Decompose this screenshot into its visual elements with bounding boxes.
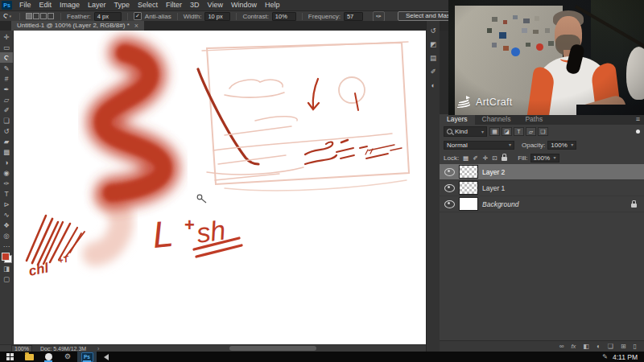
filter-type-icon[interactable]: T	[514, 127, 524, 136]
filter-shape-icon[interactable]: ▱	[526, 127, 536, 136]
filter-smart-object-icon[interactable]: ❏	[538, 127, 548, 136]
add-to-selection-icon[interactable]	[33, 13, 39, 19]
foreground-color-swatch[interactable]	[2, 253, 10, 261]
intersect-selection-icon[interactable]	[47, 13, 54, 19]
tool-eyedropper[interactable]: ✒	[0, 84, 13, 94]
layer-row-background[interactable]: Background	[440, 196, 644, 212]
menu-file[interactable]: File	[15, 0, 35, 10]
layer-row-layer-1[interactable]: Layer 1	[440, 180, 644, 196]
delete-layer-icon[interactable]: ▯	[634, 343, 637, 350]
tool-eraser[interactable]: ▰	[0, 136, 13, 146]
anti-alias-checkbox[interactable]: ✓	[134, 12, 142, 20]
visibility-eye-icon[interactable]	[444, 168, 455, 176]
panel-menu-icon[interactable]: ≡	[636, 114, 640, 125]
visibility-eye-icon[interactable]	[444, 200, 455, 208]
layer-thumbnail[interactable]	[459, 197, 478, 211]
fill-dropdown[interactable]: 100% ▾	[530, 154, 559, 162]
layer-effects-icon[interactable]: fx	[571, 343, 576, 350]
swatches-panel-icon[interactable]: ▤	[430, 55, 436, 62]
tool-zoom[interactable]: ◎	[0, 230, 13, 241]
magnetic-lasso-tool-preset[interactable]: Ϛ ▾	[3, 12, 11, 20]
menu-view[interactable]: View	[204, 0, 227, 10]
opacity-dropdown[interactable]: 100% ▾	[547, 141, 576, 150]
filter-pixel-icon[interactable]: ▦	[489, 127, 500, 136]
canvas[interactable]: chl +T L + sh	[14, 31, 426, 344]
tool-type[interactable]: T	[0, 188, 13, 199]
tool-blur[interactable]: ◑	[0, 157, 13, 167]
menu-select[interactable]: Select	[134, 0, 162, 10]
tab-paths[interactable]: Paths	[518, 114, 550, 125]
photoshop[interactable]: Ps	[77, 352, 97, 362]
visibility-eye-icon[interactable]	[444, 184, 455, 192]
lock-all-icon[interactable]	[500, 154, 509, 162]
status-chevron-icon[interactable]: ›	[97, 346, 99, 352]
new-layer-icon[interactable]: ⊞	[621, 343, 626, 350]
layer-mask-icon[interactable]: ◧	[583, 343, 589, 350]
blend-mode-dropdown[interactable]: Normal ▾	[444, 141, 514, 150]
start-button[interactable]	[0, 352, 19, 362]
clock[interactable]: 4:11 PM	[613, 353, 638, 361]
layer-thumbnail[interactable]	[459, 181, 478, 195]
brushes-panel-icon[interactable]: ✐	[430, 68, 436, 76]
menu-layer[interactable]: Layer	[84, 0, 110, 10]
width-input[interactable]: 10 px	[204, 12, 230, 21]
menu-filter[interactable]: Filter	[162, 0, 186, 10]
document-tab[interactable]: Untitled-1 @ 100% (Layer 2, RGB/8#) * ×	[11, 21, 144, 31]
tool-dodge[interactable]: ◉	[0, 167, 13, 178]
kind-filter-dropdown[interactable]: Kind ▾	[444, 126, 487, 137]
recording-app[interactable]	[39, 352, 58, 362]
menu-edit[interactable]: Edit	[35, 0, 56, 10]
tool-move[interactable]: ✛	[0, 31, 13, 42]
tool-marquee[interactable]: ▭	[0, 42, 13, 52]
tool-lasso[interactable]: Ϛ	[0, 52, 13, 63]
filter-adjustment-icon[interactable]: ◪	[502, 127, 512, 136]
tool-healing-brush[interactable]: ▱	[0, 94, 13, 105]
layer-group-icon[interactable]: ❏	[608, 343, 613, 350]
color-panel-icon[interactable]: ◩	[430, 41, 436, 48]
menu-help[interactable]: Help	[261, 0, 284, 10]
file-explorer[interactable]	[19, 352, 39, 362]
new-selection-icon[interactable]	[26, 13, 32, 19]
tool-more-tools[interactable]: ⋯	[0, 241, 13, 251]
tab-channels[interactable]: Channels	[475, 114, 518, 125]
tool-pen[interactable]: ✑	[0, 178, 13, 188]
subtract-from-selection-icon[interactable]	[40, 13, 47, 19]
menu-image[interactable]: Image	[56, 0, 84, 10]
adjustments-panel-icon[interactable]: ◐	[431, 82, 435, 89]
layer-thumbnail[interactable]	[459, 165, 478, 179]
lock-artboard-icon[interactable]: ⊡	[490, 154, 499, 162]
tool-crop[interactable]: #	[0, 73, 13, 84]
lock-transparent-icon[interactable]: ▦	[461, 154, 470, 162]
tool-screen-mode[interactable]: ▢	[0, 274, 13, 284]
tool-hand[interactable]: ❖	[0, 220, 13, 230]
close-icon[interactable]: ×	[134, 22, 138, 30]
settings[interactable]: ⚙	[58, 352, 77, 362]
tab-layers[interactable]: Layers	[440, 114, 475, 125]
color-swatches[interactable]	[2, 253, 12, 263]
menu-type[interactable]: Type	[110, 0, 134, 10]
pen-pressure-toggle[interactable]: ✑	[373, 11, 385, 22]
menu-3d[interactable]: 3D	[186, 0, 204, 10]
frequency-input[interactable]: 57	[344, 12, 363, 21]
link-layers-icon[interactable]: ∞	[559, 343, 564, 350]
menu-window[interactable]: Window	[227, 0, 261, 10]
adjustment-layer-icon[interactable]: ◐	[597, 343, 601, 350]
tool-quick-selection[interactable]: ✎	[0, 63, 13, 73]
lock-pixels-icon[interactable]: ✐	[471, 154, 480, 162]
media-app[interactable]	[97, 352, 116, 362]
history-panel-icon[interactable]: ↺	[430, 27, 436, 35]
tool-shape[interactable]: ∿	[0, 209, 13, 220]
lock-position-icon[interactable]: ✛	[481, 154, 489, 162]
feather-input[interactable]: 4 px	[94, 12, 122, 21]
tool-quick-mask[interactable]: ◨	[0, 263, 13, 274]
tool-gradient[interactable]: ▩	[0, 146, 13, 157]
tool-brush[interactable]: ✐	[0, 105, 13, 115]
layer-row-layer-2[interactable]: Layer 2	[440, 164, 644, 180]
filter-toggle[interactable]	[636, 130, 640, 134]
tool-history-brush[interactable]: ↺	[0, 125, 13, 136]
tool-clone-stamp[interactable]: ❏	[0, 115, 13, 125]
horizontal-scrollbar[interactable]	[229, 346, 316, 351]
tool-path-selection[interactable]: ⊳	[0, 199, 13, 209]
contrast-input[interactable]: 10%	[272, 12, 296, 21]
pen-tray-icon[interactable]: ✎	[602, 353, 608, 360]
